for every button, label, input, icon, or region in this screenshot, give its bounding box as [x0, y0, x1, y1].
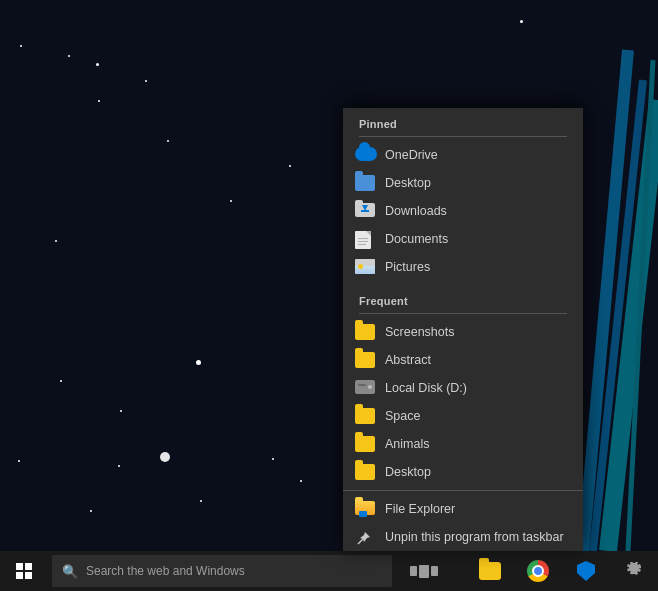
- star: [289, 165, 291, 167]
- jumplist-item-desktop-pinned[interactable]: Desktop: [343, 169, 583, 197]
- taskbar-search-box[interactable]: 🔍 Search the web and Windows: [52, 555, 392, 587]
- desktop-frequent-icon: [355, 464, 375, 480]
- svg-line-4: [358, 539, 363, 544]
- star: [55, 240, 57, 242]
- star: [300, 480, 302, 482]
- downloads-icon: [355, 203, 375, 219]
- jumplist-label-localdisk: Local Disk (D:): [385, 381, 467, 395]
- star: [120, 410, 122, 412]
- jumplist-label-space: Space: [385, 409, 420, 423]
- taskbar-settings-button[interactable]: [610, 551, 658, 591]
- taskview-icon: [410, 565, 438, 578]
- taskbar: 🔍 Search the web and Windows: [0, 551, 658, 591]
- jumplist-item-pictures[interactable]: Pictures: [343, 253, 583, 281]
- star: [145, 80, 147, 82]
- star: [230, 200, 232, 202]
- taskbar-shield-icon: [577, 561, 595, 581]
- actions-divider: [343, 490, 583, 491]
- star: [160, 452, 170, 462]
- star: [90, 510, 92, 512]
- jumplist-label-desktop-pinned: Desktop: [385, 176, 431, 190]
- star: [520, 20, 523, 23]
- jumplist-label-screenshots: Screenshots: [385, 325, 454, 339]
- taskbar-right-icons: [466, 551, 658, 591]
- taskview-button[interactable]: [400, 551, 448, 591]
- jumplist-label-file-explorer: File Explorer: [385, 502, 455, 516]
- jumplist: Pinned OneDrive Desktop Downloads: [343, 108, 583, 551]
- jumplist-item-screenshots[interactable]: Screenshots: [343, 318, 583, 346]
- desktop-decoration: [578, 0, 658, 551]
- search-icon: 🔍: [62, 564, 78, 579]
- frequent-divider: [359, 313, 567, 314]
- star: [98, 100, 100, 102]
- jumplist-label-onedrive: OneDrive: [385, 148, 438, 162]
- abstract-icon: [355, 352, 375, 368]
- pinned-header: Pinned: [343, 108, 583, 136]
- taskbar-chrome-button[interactable]: [514, 551, 562, 591]
- star: [20, 45, 22, 47]
- star: [118, 465, 120, 467]
- taskbar-search-placeholder: Search the web and Windows: [86, 564, 245, 578]
- start-button[interactable]: [0, 551, 48, 591]
- star: [200, 500, 202, 502]
- frequent-header: Frequent: [343, 285, 583, 313]
- animals-icon: [355, 436, 375, 452]
- jumplist-label-pictures: Pictures: [385, 260, 430, 274]
- jumplist-label-documents: Documents: [385, 232, 448, 246]
- jumplist-item-documents[interactable]: Documents: [343, 225, 583, 253]
- jumplist-label-unpin: Unpin this program from taskbar: [385, 530, 564, 544]
- jumplist-label-desktop-frequent: Desktop: [385, 465, 431, 479]
- jumplist-action-file-explorer[interactable]: File Explorer: [343, 495, 583, 523]
- star: [60, 380, 62, 382]
- jumplist-item-space[interactable]: Space: [343, 402, 583, 430]
- documents-icon: [355, 231, 375, 247]
- space-icon: [355, 408, 375, 424]
- pictures-icon: [355, 259, 375, 275]
- onedrive-icon: [355, 147, 375, 163]
- file-explorer-icon: [355, 501, 375, 517]
- star: [167, 140, 169, 142]
- jumplist-item-downloads[interactable]: Downloads: [343, 197, 583, 225]
- pinned-divider: [359, 136, 567, 137]
- star: [18, 460, 20, 462]
- jumplist-label-abstract: Abstract: [385, 353, 431, 367]
- taskbar-security-button[interactable]: [562, 551, 610, 591]
- jumplist-item-abstract[interactable]: Abstract: [343, 346, 583, 374]
- taskbar-file-explorer-button[interactable]: [466, 551, 514, 591]
- jumplist-item-desktop-frequent[interactable]: Desktop: [343, 458, 583, 486]
- taskbar-gear-icon: [625, 562, 643, 580]
- screenshots-icon: [355, 324, 375, 340]
- desktop-pinned-icon: [355, 175, 375, 191]
- jumplist-item-onedrive[interactable]: OneDrive: [343, 141, 583, 169]
- jumplist-label-downloads: Downloads: [385, 204, 447, 218]
- star: [68, 55, 70, 57]
- unpin-icon: [355, 529, 375, 545]
- jumplist-action-unpin[interactable]: Unpin this program from taskbar: [343, 523, 583, 551]
- jumplist-item-animals[interactable]: Animals: [343, 430, 583, 458]
- star: [196, 360, 201, 365]
- star: [96, 63, 99, 66]
- jumplist-item-localdisk[interactable]: Local Disk (D:): [343, 374, 583, 402]
- taskbar-folder-icon: [479, 562, 501, 580]
- taskbar-chrome-icon: [527, 560, 549, 582]
- windows-logo-icon: [16, 563, 32, 579]
- star: [272, 458, 274, 460]
- localdisk-icon: [355, 380, 375, 396]
- jumplist-label-animals: Animals: [385, 437, 429, 451]
